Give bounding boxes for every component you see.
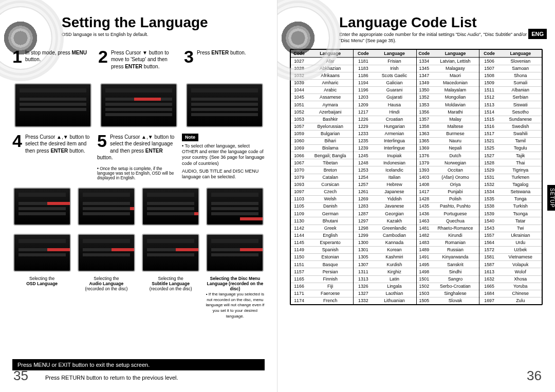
code-row: 1543Twi	[479, 225, 542, 232]
code-row: 1053Bashkir	[291, 116, 353, 123]
note-label: Note	[182, 134, 198, 141]
code-row: 1363Burmese	[417, 130, 479, 137]
code-row: 1217Hindi	[354, 108, 416, 116]
code-row: 1027Afar	[291, 58, 353, 65]
code-row: 1353Moldavian	[417, 101, 479, 108]
code-row: 1509Somali	[479, 79, 542, 86]
code-row: 1039Amharic	[291, 79, 353, 86]
code-row: 1531Turkmen	[479, 174, 542, 181]
code-row: 1482Kirundi	[417, 232, 479, 239]
osd-screenshot	[206, 188, 264, 226]
code-row: 1408Oriya	[417, 181, 479, 188]
code-row: 1283Javanese	[354, 203, 416, 210]
code-row: 1301Korean	[354, 247, 416, 254]
page-number: 35	[13, 368, 28, 384]
setup-done-note: • Once the setup is complete, if the lan…	[97, 166, 177, 180]
code-row: 1352Mongolian	[417, 94, 479, 101]
code-row: 1539Tsonga	[479, 210, 542, 217]
manual-spread: Setting the Language OSD language is set…	[0, 0, 555, 392]
code-row: 1254Italian	[354, 174, 416, 181]
code-row: 1186Scots Gaelic	[354, 72, 416, 79]
code-row: 1166Fiji	[291, 283, 353, 290]
code-row: 1417Punjabi	[417, 188, 479, 195]
code-row: 1507Samoan	[479, 65, 542, 72]
page-title: Language Code List	[339, 14, 543, 31]
steps-row-1: 1 In stop mode, press MENU button. 2 Pre…	[12, 49, 265, 128]
code-row: 1183Irish	[354, 65, 416, 72]
code-row: 1513Siswati	[479, 101, 542, 108]
code-row: 1514Sesotho	[479, 108, 542, 116]
exit-instruction-bar: Press MENU or EXIT button to exit the se…	[12, 359, 265, 370]
osd-grid-bottom	[12, 231, 265, 273]
code-row: 1253Icelandic	[354, 166, 416, 174]
code-row: 1044Arabic	[291, 86, 353, 94]
code-row: 1157Persian	[291, 268, 353, 275]
step-2: 2 Press Cursor ▼ button to move to 'Setu…	[98, 49, 179, 128]
code-row: 1540Tatar	[479, 217, 542, 225]
code-row: 1079Catalan	[291, 174, 353, 181]
code-row: 1051Aymara	[291, 101, 353, 108]
code-row: 1684Chinese	[479, 290, 542, 297]
code-row: 1313Latin	[354, 275, 416, 283]
code-row: 1557Ukrainian	[479, 232, 542, 239]
step-4: 4 Press Cursor ▲,▼ button to select the …	[12, 134, 92, 180]
code-row: 1501Sangro	[417, 275, 479, 283]
code-row: 1269Yiddish	[354, 196, 416, 203]
code-row: 1103Welsh	[291, 196, 353, 203]
code-row: 1311Kirghiz	[354, 268, 416, 275]
osd-screenshot	[78, 234, 135, 272]
code-row: 1194Galician	[354, 79, 416, 86]
code-row: 1245Inupiak	[354, 152, 416, 159]
code-row: 1298Greenlandic	[354, 225, 416, 232]
page-subtitle: OSD language is set to English by defaul…	[62, 32, 265, 38]
code-row: 1305Kashmiri	[354, 254, 416, 261]
code-row: 1572Uzbek	[479, 247, 542, 254]
code-row: 1435Pashto, Pushto	[417, 203, 479, 210]
code-row: 1505Slovak	[417, 297, 479, 305]
code-row: 1297Kazakh	[354, 217, 416, 225]
note-item: • To select other language, select OTHER…	[182, 143, 265, 166]
code-row: 1481Rhaeto-Romance	[417, 225, 479, 232]
code-row: 1226Croatian	[354, 116, 416, 123]
code-row: 1436Portuguese	[417, 210, 479, 217]
code-row: 1287Georgian	[354, 210, 416, 217]
setup-tab: SETUP	[547, 185, 555, 211]
code-row: 1369Nepali	[417, 145, 479, 152]
code-row: 1483Romanian	[417, 239, 479, 246]
code-row: 1334Latvian, Lettish	[417, 58, 479, 65]
osd-screenshot	[14, 83, 91, 127]
code-row: 1489Russian	[417, 247, 479, 254]
page-subtitle: Enter the appropriate code number for th…	[339, 32, 534, 44]
caption: Selecting the Disc MenuLanguage (recorde…	[206, 276, 265, 319]
code-row: 1105Danish	[291, 203, 353, 210]
code-row: 1587Volapuk	[479, 261, 542, 268]
code-row: 1511Albanian	[479, 86, 542, 94]
code-row: 1491Kinyarwanda	[417, 254, 479, 261]
code-row: 1229Hungarian	[354, 123, 416, 130]
code-row: 1532Tagalog	[479, 181, 542, 188]
code-row: 1528Thai	[479, 159, 542, 166]
code-row: 1498Sindhi	[417, 268, 479, 275]
code-row: 1527Tajik	[479, 152, 542, 159]
code-row: 1060Bihari	[291, 137, 353, 144]
note-item: AUDIO, SUB TITLE and DISC MENU language …	[182, 169, 265, 180]
code-row: 1327Laothian	[354, 290, 416, 297]
code-row: 1503Singhalese	[417, 290, 479, 297]
osd-screenshot	[100, 83, 177, 127]
code-row: 1350Malayalam	[417, 86, 479, 94]
code-row: 1581Vietnamese	[479, 254, 542, 261]
code-row: 1028Abkhazian	[291, 65, 353, 72]
code-row: 1032Afrikaans	[291, 72, 353, 79]
code-row: 1403(Afan) Oromo	[417, 174, 479, 181]
code-row: 1171Faeroese	[291, 290, 353, 297]
code-row: 1502Serbo-Croatian	[417, 283, 479, 290]
code-row: 1307Kurdish	[354, 261, 416, 268]
osd-screenshot	[142, 188, 199, 226]
page-number: 36	[527, 368, 542, 384]
code-row: 1261Japanese	[354, 188, 416, 195]
code-row: 1332Lithuanian	[354, 297, 416, 305]
code-row: 1529Tigrinya	[479, 166, 542, 174]
code-row: 1299Cambodian	[354, 232, 416, 239]
code-row: 1300Kannada	[354, 239, 416, 246]
page-36: ENG SETUP Language Code List Enter the a…	[278, 0, 555, 392]
